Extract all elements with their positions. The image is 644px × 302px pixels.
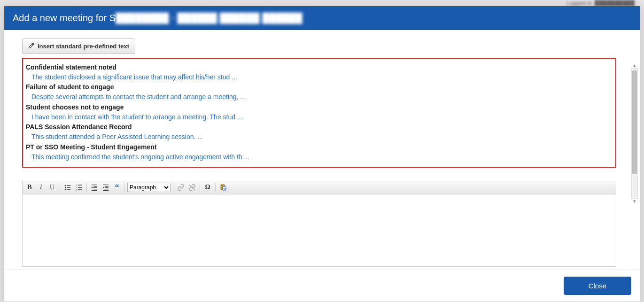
- svg-rect-18: [103, 185, 109, 185]
- numbered-list-button[interactable]: 123: [74, 182, 84, 193]
- predefined-link[interactable]: Despite several attempts to contact the …: [26, 92, 613, 102]
- editor-textarea[interactable]: [23, 194, 616, 265]
- modal-footer: Close: [4, 270, 640, 302]
- unlink-button[interactable]: [187, 182, 197, 193]
- svg-text:3: 3: [76, 189, 77, 191]
- predefined-text-list: Confidential statement noted The student…: [22, 58, 616, 168]
- toolbar-separator: [60, 183, 60, 192]
- predefined-link[interactable]: I have been in contact with the student …: [26, 112, 613, 122]
- svg-rect-1: [67, 186, 70, 186]
- bulleted-list-button[interactable]: [62, 182, 73, 193]
- scroll-up-arrow[interactable]: ▴: [633, 63, 636, 68]
- editor-toolbar: B I U 123: [23, 181, 616, 194]
- svg-point-2: [65, 187, 66, 188]
- special-char-button[interactable]: Ω: [202, 182, 213, 193]
- svg-rect-16: [93, 189, 97, 189]
- scroll-down-arrow[interactable]: ▾: [633, 199, 636, 204]
- body-scrollbar[interactable]: ▴ ▾: [631, 63, 638, 204]
- predefined-link[interactable]: This meeting confirmed the student's ong…: [26, 152, 613, 162]
- bold-button[interactable]: B: [24, 182, 35, 193]
- svg-rect-3: [67, 187, 70, 188]
- scroll-track[interactable]: [631, 68, 638, 199]
- svg-rect-21: [105, 187, 109, 188]
- predefined-title: PT or SSO Meeting - Student Engagement: [26, 143, 613, 151]
- predefined-title: PALS Session Attendance Record: [26, 123, 613, 131]
- toolbar-separator: [215, 183, 216, 192]
- blockquote-button[interactable]: “: [112, 182, 122, 193]
- predefined-title: Confidential statement noted: [26, 63, 613, 71]
- paste-from-word-button[interactable]: W: [218, 182, 228, 193]
- predefined-title: Failure of student to engage: [26, 83, 613, 91]
- svg-marker-20: [103, 186, 104, 188]
- svg-marker-14: [92, 186, 93, 188]
- modal-title-prefix: Add a new meeting for S: [13, 13, 116, 23]
- toolbar-separator: [200, 183, 200, 192]
- predefined-link[interactable]: This student attended a Peer Assisted Le…: [26, 132, 613, 142]
- italic-button[interactable]: I: [36, 182, 46, 193]
- edit-icon: [28, 42, 35, 50]
- svg-rect-12: [92, 185, 97, 185]
- svg-rect-13: [93, 186, 97, 186]
- scroll-thumb[interactable]: [632, 70, 637, 174]
- rich-text-editor: B I U 123: [22, 181, 616, 267]
- close-button[interactable]: Close: [564, 277, 631, 295]
- modal-title: Add a new meeting for S████████ - ██████…: [4, 6, 640, 30]
- indent-button[interactable]: [101, 182, 111, 193]
- svg-rect-19: [105, 186, 109, 186]
- add-meeting-modal: Add a new meeting for S████████ - ██████…: [4, 6, 640, 302]
- svg-text:W: W: [223, 187, 226, 190]
- insert-predefined-label: Insert standard pre-defined text: [38, 43, 129, 50]
- predefined-title: Student chooses not to engage: [26, 103, 613, 111]
- svg-rect-17: [92, 190, 97, 191]
- svg-rect-11: [78, 190, 82, 190]
- svg-rect-5: [67, 189, 70, 190]
- svg-rect-15: [93, 187, 97, 188]
- svg-rect-7: [78, 185, 82, 186]
- svg-point-0: [65, 185, 66, 186]
- modal-title-student: ████████ - ██████ ██████ ██████: [116, 13, 302, 23]
- svg-point-4: [65, 189, 66, 190]
- insert-predefined-button[interactable]: Insert standard pre-defined text: [22, 39, 135, 54]
- toolbar-separator: [124, 183, 125, 192]
- underline-button[interactable]: U: [47, 182, 57, 193]
- outdent-button[interactable]: [89, 182, 100, 193]
- svg-rect-23: [103, 190, 109, 191]
- svg-rect-22: [105, 189, 109, 189]
- toolbar-separator: [86, 183, 87, 192]
- format-select[interactable]: Paragraph: [127, 183, 171, 192]
- toolbar-separator: [173, 183, 173, 192]
- svg-rect-9: [78, 187, 82, 188]
- link-button[interactable]: [176, 182, 186, 193]
- predefined-link[interactable]: The student disclosed a significant issu…: [26, 72, 613, 82]
